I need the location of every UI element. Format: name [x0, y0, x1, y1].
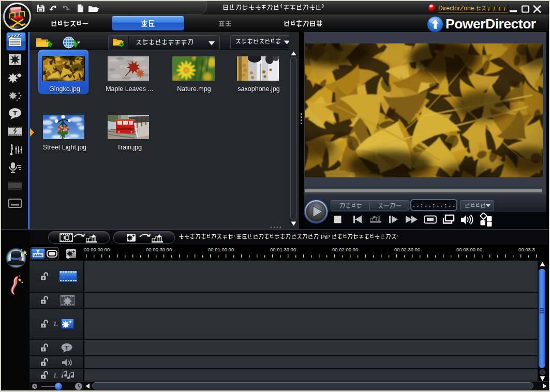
svg-text:00:02:30:00: 00:02:30:00 — [394, 247, 420, 252]
svg-text:T: T — [13, 109, 18, 117]
svg-text:00:03:3: 00:03:3 — [518, 247, 535, 252]
svg-text:00:00:30:00: 00:00:30:00 — [146, 247, 172, 252]
svg-text:00:00:00:00: 00:00:00:00 — [84, 247, 110, 252]
svg-text:00:01:00:00: 00:01:00:00 — [208, 247, 234, 252]
svg-text:00:01:30:00: 00:01:30:00 — [270, 247, 296, 252]
svg-text:T: T — [65, 344, 69, 351]
svg-text:00:03:00:00: 00:03:00:00 — [456, 247, 482, 252]
svg-text:00:02:00:00: 00:02:00:00 — [332, 247, 358, 252]
